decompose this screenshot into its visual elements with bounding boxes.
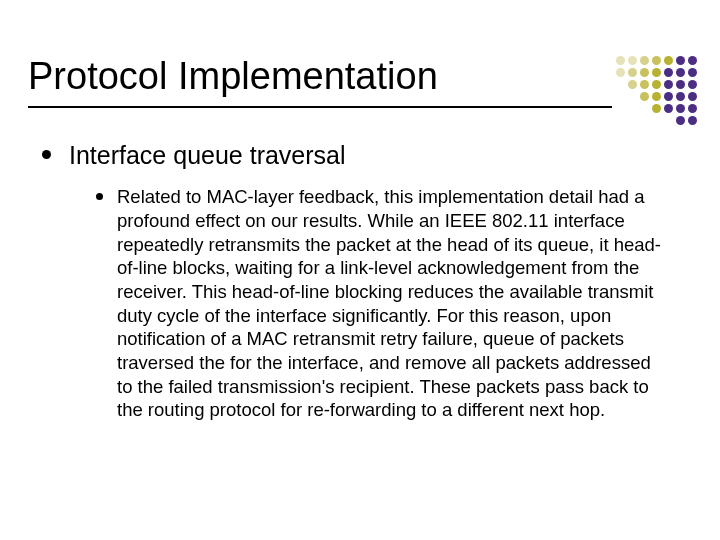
deco-dot [664, 56, 673, 65]
deco-dot [628, 68, 637, 77]
slide-title: Protocol Implementation [28, 55, 438, 98]
deco-dot [640, 56, 649, 65]
deco-dot [688, 56, 697, 65]
deco-dot [676, 56, 685, 65]
decorative-dot-grid [616, 56, 704, 128]
deco-dot [616, 56, 625, 65]
bullet-level1-text: Interface queue traversal [69, 140, 346, 171]
bullet-icon [96, 193, 103, 200]
deco-dot [688, 68, 697, 77]
deco-dot [688, 116, 697, 125]
bullet-level2: Related to MAC-layer feedback, this impl… [96, 185, 662, 422]
deco-dot [664, 68, 673, 77]
deco-dot [652, 56, 661, 65]
deco-dot [640, 92, 649, 101]
deco-dot [688, 104, 697, 113]
deco-dot [664, 80, 673, 89]
deco-dot [652, 80, 661, 89]
deco-dot [652, 92, 661, 101]
bullet-level2-text: Related to MAC-layer feedback, this impl… [117, 185, 662, 422]
deco-dot [652, 68, 661, 77]
deco-dot [664, 92, 673, 101]
deco-dot [688, 80, 697, 89]
deco-dot [688, 92, 697, 101]
deco-dot [676, 104, 685, 113]
deco-dot [640, 68, 649, 77]
slide: Protocol Implementation Interface queue … [0, 0, 720, 540]
deco-dot [676, 116, 685, 125]
deco-dot [628, 56, 637, 65]
deco-dot [664, 104, 673, 113]
slide-body: Interface queue traversal Related to MAC… [42, 140, 682, 422]
deco-dot [676, 92, 685, 101]
bullet-level1: Interface queue traversal [42, 140, 682, 171]
deco-dot [628, 80, 637, 89]
deco-dot [676, 80, 685, 89]
title-underline [28, 106, 612, 108]
deco-dot [652, 104, 661, 113]
bullet-icon [42, 150, 51, 159]
deco-dot [616, 68, 625, 77]
deco-dot [676, 68, 685, 77]
deco-dot [640, 80, 649, 89]
